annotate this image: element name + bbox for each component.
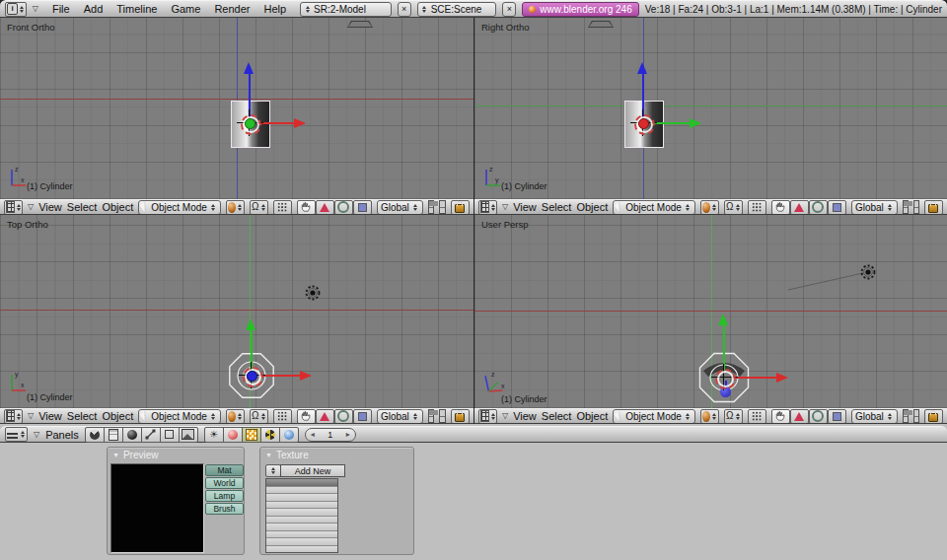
scene-selector[interactable]: SCE:Scene: [417, 2, 497, 17]
preview-brush-button[interactable]: Brush: [205, 503, 244, 515]
screen-selector[interactable]: SR:2-Model: [300, 2, 392, 17]
texture-slot[interactable]: [266, 479, 337, 487]
preview-panel-header[interactable]: ▼ Preview: [108, 448, 244, 461]
add-new-texture-button[interactable]: Add New: [280, 464, 345, 477]
frame-number-field[interactable]: ◂ 1 ▸: [305, 428, 356, 442]
scale-manipulator-button[interactable]: [828, 409, 846, 424]
y-arrow-shaft[interactable]: [652, 122, 690, 124]
y-arrow-head[interactable]: [718, 314, 728, 325]
mode-dropdown[interactable]: Object Mode: [138, 200, 221, 215]
draw-type-button[interactable]: [226, 200, 245, 215]
editor-type-button[interactable]: i: [5, 2, 27, 17]
menu-select[interactable]: Select: [67, 201, 98, 213]
scale-manipulator-button[interactable]: [353, 409, 372, 424]
menu-help[interactable]: Help: [263, 3, 286, 15]
viewport-top-canvas[interactable]: Top Ortho y x: [0, 215, 474, 408]
layer-buttons-group-2[interactable]: [913, 200, 919, 214]
menu-add[interactable]: Add: [84, 3, 104, 15]
manipulator-hand-button[interactable]: [771, 409, 790, 424]
chevron-down-icon[interactable]: ▽: [28, 203, 34, 211]
menu-render[interactable]: Render: [214, 3, 250, 15]
manipulator-hand-button[interactable]: [297, 409, 316, 424]
layer-buttons-group-1[interactable]: [428, 200, 435, 214]
increment-arrow-icon[interactable]: ▸: [346, 430, 350, 439]
logic-context-button[interactable]: [85, 427, 105, 443]
menu-view[interactable]: View: [38, 410, 62, 422]
y-arrow-head[interactable]: [246, 318, 255, 330]
snap-button[interactable]: [748, 409, 766, 424]
texture-slot[interactable]: [266, 502, 337, 510]
pivot-button[interactable]: Ω: [724, 200, 743, 215]
editor-type-button[interactable]: [478, 409, 497, 424]
texture-buttons-button[interactable]: [242, 427, 261, 443]
chevron-down-icon[interactable]: ▽: [28, 412, 34, 420]
lock-button[interactable]: [451, 409, 470, 424]
chevron-down-icon[interactable]: ▽: [33, 5, 38, 13]
x-arrow-head[interactable]: [300, 371, 312, 381]
y-arrow-head[interactable]: [690, 118, 701, 128]
menu-timeline[interactable]: Timeline: [116, 3, 157, 15]
decrement-arrow-icon[interactable]: ◂: [311, 430, 315, 439]
scale-manipulator-button[interactable]: [828, 200, 846, 215]
texture-slot[interactable]: [266, 531, 337, 539]
collapse-triangle-icon[interactable]: ▼: [112, 452, 119, 458]
orientation-dropdown[interactable]: Global: [851, 409, 898, 424]
draw-type-button[interactable]: [226, 409, 245, 424]
texture-slot[interactable]: [266, 487, 337, 495]
chevron-down-icon[interactable]: ▽: [502, 412, 508, 420]
viewport-user-canvas[interactable]: User Persp: [474, 215, 947, 408]
texture-slot[interactable]: [266, 517, 337, 525]
lock-button[interactable]: [924, 200, 943, 215]
editing-context-button[interactable]: [141, 427, 161, 443]
translate-manipulator-button[interactable]: [790, 200, 809, 215]
mode-dropdown[interactable]: Object Mode: [613, 200, 695, 215]
layer-buttons-group-1[interactable]: [903, 200, 909, 214]
menu-object[interactable]: Object: [576, 410, 608, 422]
orientation-dropdown[interactable]: Global: [851, 200, 898, 215]
snap-button[interactable]: [748, 200, 766, 215]
rotate-manipulator-button[interactable]: [809, 200, 828, 215]
texture-slot[interactable]: [266, 538, 337, 546]
3d-cursor[interactable]: [715, 369, 736, 389]
x-arrow-shaft[interactable]: [733, 377, 776, 379]
manipulator-center-dot[interactable]: [245, 118, 255, 129]
preview-mat-button[interactable]: Mat: [205, 464, 244, 476]
world-buttons-button[interactable]: [279, 427, 299, 443]
menu-select[interactable]: Select: [542, 201, 572, 213]
manipulator-hand-button[interactable]: [297, 200, 316, 215]
manipulator-center-dot[interactable]: [638, 118, 649, 129]
mode-dropdown[interactable]: Object Mode: [138, 409, 221, 424]
material-buttons-button[interactable]: [223, 427, 243, 443]
script-context-button[interactable]: [104, 427, 123, 443]
translate-manipulator-button[interactable]: [316, 200, 334, 215]
texture-slot[interactable]: [266, 494, 337, 502]
snap-button[interactable]: [273, 409, 292, 424]
pivot-button[interactable]: Ω: [250, 409, 268, 424]
x-arrow-head[interactable]: [294, 118, 306, 128]
pivot-button[interactable]: Ω: [724, 409, 743, 424]
lock-button[interactable]: [451, 200, 470, 215]
texture-panel-header[interactable]: ▼ Texture: [260, 448, 413, 461]
x-arrow-shaft[interactable]: [260, 375, 300, 377]
preview-world-button[interactable]: World: [205, 477, 244, 489]
chevron-down-icon[interactable]: ▽: [34, 431, 39, 439]
viewport-right-canvas[interactable]: Right Ortho z y (1) Cylinder: [474, 18, 947, 199]
menu-object[interactable]: Object: [576, 201, 608, 213]
collapse-triangle-icon[interactable]: ▼: [265, 452, 272, 458]
draw-type-button[interactable]: [700, 200, 719, 215]
menu-view[interactable]: View: [513, 201, 537, 213]
editor-type-button[interactable]: [478, 200, 497, 215]
manipulator-hand-button[interactable]: [771, 200, 790, 215]
editor-type-button[interactable]: [5, 427, 28, 442]
menu-file[interactable]: File: [52, 3, 70, 15]
viewport-front-canvas[interactable]: Front Ortho z x (1) Cylinder: [0, 18, 474, 199]
menu-view[interactable]: View: [513, 410, 537, 422]
lamp-object[interactable]: [859, 263, 877, 281]
scale-manipulator-button[interactable]: [353, 200, 372, 215]
shading-context-button[interactable]: [122, 427, 142, 443]
texture-slot[interactable]: [266, 509, 337, 517]
layer-buttons-group-1[interactable]: [903, 409, 909, 423]
snap-button[interactable]: [273, 200, 292, 215]
layer-buttons-group-2[interactable]: [913, 409, 919, 423]
draw-type-button[interactable]: [700, 409, 719, 424]
